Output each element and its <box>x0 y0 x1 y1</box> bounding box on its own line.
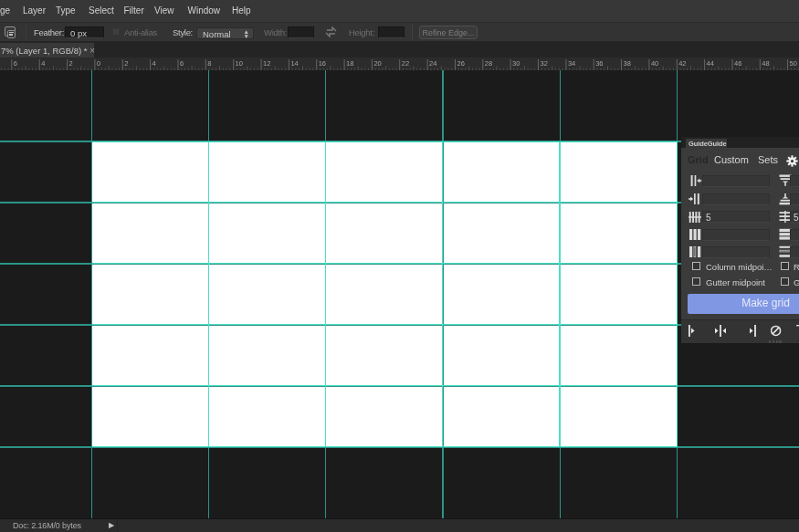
svg-text:6: 6 <box>14 59 17 68</box>
svg-text:50: 50 <box>790 59 797 68</box>
svg-text:36: 36 <box>595 59 603 68</box>
svg-text:26: 26 <box>457 59 465 68</box>
svg-text:4: 4 <box>41 59 45 68</box>
svg-text:2: 2 <box>69 59 73 68</box>
svg-text:22: 22 <box>402 59 409 68</box>
svg-text:6: 6 <box>180 59 184 68</box>
svg-text:34: 34 <box>568 59 575 68</box>
svg-text:14: 14 <box>290 59 298 68</box>
svg-text:28: 28 <box>485 59 492 68</box>
svg-text:0: 0 <box>97 59 100 68</box>
svg-text:18: 18 <box>346 59 353 68</box>
svg-text:40: 40 <box>651 59 658 68</box>
svg-text:30: 30 <box>512 59 520 68</box>
svg-text:42: 42 <box>678 59 686 68</box>
svg-text:8: 8 <box>207 59 211 68</box>
svg-text:48: 48 <box>762 59 769 68</box>
svg-text:12: 12 <box>263 59 270 68</box>
svg-text:38: 38 <box>624 59 631 68</box>
svg-text:46: 46 <box>734 59 741 68</box>
svg-text:2: 2 <box>124 59 128 68</box>
svg-text:24: 24 <box>429 59 436 68</box>
svg-text:32: 32 <box>541 59 548 68</box>
svg-text:20: 20 <box>373 59 381 68</box>
svg-text:4: 4 <box>152 59 156 68</box>
svg-text:10: 10 <box>236 59 243 68</box>
svg-text:16: 16 <box>319 59 326 68</box>
svg-text:44: 44 <box>707 59 714 68</box>
